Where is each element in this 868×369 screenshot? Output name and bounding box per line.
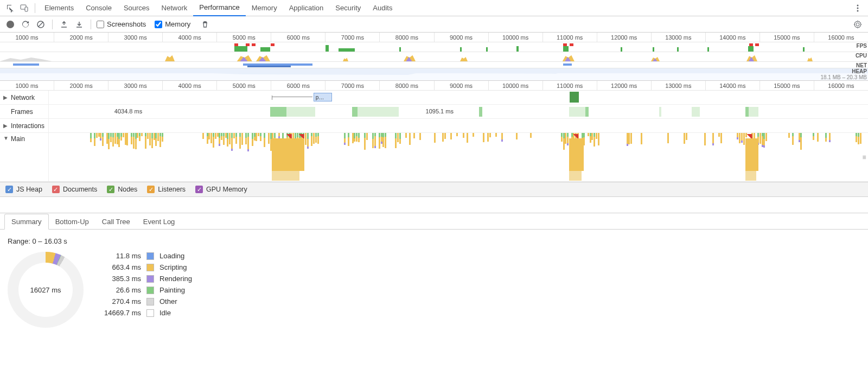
tab-memory[interactable]: Memory	[246, 0, 283, 16]
svg-point-2	[857, 4, 859, 6]
ruler-tick: 15000 ms	[760, 33, 814, 42]
summary-panel: Range: 0 – 16.03 s 16027 ms 11.8 msLoadi…	[0, 230, 868, 335]
flamechart-panel[interactable]: 1000 ms2000 ms3000 ms4000 ms5000 ms6000 …	[0, 81, 868, 182]
clear-button[interactable]	[35, 18, 47, 30]
ruler-tick: 16000 ms	[814, 81, 868, 90]
ruler-tick: 2000 ms	[54, 33, 108, 42]
svg-line-6	[39, 22, 43, 27]
counters-bar: ✓JS Heap✓Documents✓Nodes✓Listeners✓GPU M…	[0, 182, 868, 197]
heap-range: 18.1 MB – 20.3 MB	[820, 74, 867, 80]
ruler-tick: 11000 ms	[543, 81, 597, 90]
tab-console[interactable]: Console	[80, 0, 118, 16]
memory-checkbox[interactable]: Memory	[155, 20, 190, 28]
ruler-tick: 3000 ms	[108, 81, 163, 90]
ruler-tick: 5000 ms	[217, 81, 271, 90]
ruler-tick: 10000 ms	[489, 81, 543, 90]
interactions-track-label: Interactions	[11, 122, 44, 130]
load-profile-button[interactable]	[58, 18, 70, 30]
tab-elements[interactable]: Elements	[39, 0, 80, 16]
legend-row: 385.3 msRendering	[98, 275, 192, 283]
ruler-tick: 1000 ms	[0, 81, 54, 90]
svg-rect-1	[25, 7, 28, 11]
summary-tabbar: SummaryBottom-UpCall TreeEvent Log	[0, 213, 868, 230]
summary-tab-bottom-up[interactable]: Bottom-Up	[49, 214, 95, 229]
network-request[interactable]: p…	[314, 93, 333, 101]
svg-point-3	[857, 7, 859, 9]
network-track[interactable]: ▶Network p…	[0, 91, 868, 105]
legend-row: 270.4 msOther	[98, 297, 192, 306]
frame-duration-label: 1095.1 ms	[426, 108, 454, 114]
device-toggle-icon[interactable]	[17, 1, 31, 15]
ruler-tick: 6000 ms	[271, 81, 326, 90]
ruler-tick: 6000 ms	[271, 33, 326, 42]
ruler-tick: 4000 ms	[163, 33, 217, 42]
devtools-tabbar: ElementsConsoleSourcesNetworkPerformance…	[0, 0, 868, 16]
ruler-tick: 12000 ms	[597, 33, 652, 42]
ruler-tick: 14000 ms	[706, 81, 760, 90]
overview-net-lane[interactable]: NET	[0, 62, 868, 68]
ruler-tick: 8000 ms	[380, 81, 434, 90]
tab-security[interactable]: Security	[329, 0, 367, 16]
ruler-tick: 12000 ms	[597, 81, 652, 90]
overview-heap-lane[interactable]: HEAP 18.1 MB – 20.3 MB	[0, 68, 868, 80]
ruler-tick: 13000 ms	[652, 33, 706, 42]
performance-toolbar: Screenshots Memory	[0, 16, 868, 33]
overview-fps-lane[interactable]: FPS	[0, 42, 868, 52]
overview-ruler[interactable]: 1000 ms2000 ms3000 ms4000 ms5000 ms6000 …	[0, 33, 868, 42]
summary-tab-call-tree[interactable]: Call Tree	[95, 214, 137, 229]
legend-row: 11.8 msLoading	[98, 252, 192, 260]
frames-track[interactable]: Frames 4034.8 ms 1095.1 ms	[0, 105, 868, 119]
screenshots-label: Screenshots	[107, 20, 146, 28]
resize-handle[interactable]: ≡	[860, 133, 868, 181]
ruler-tick: 9000 ms	[435, 33, 489, 42]
summary-legend: 11.8 msLoading663.4 msScripting385.3 msR…	[98, 252, 192, 317]
counter-documents[interactable]: ✓Documents	[52, 186, 97, 193]
summary-range: Range: 0 – 16.03 s	[8, 237, 860, 245]
settings-icon[interactable]	[852, 18, 864, 30]
tab-network[interactable]: Network	[156, 0, 194, 16]
frame-duration-label: 4034.8 ms	[114, 108, 142, 114]
ruler-tick: 3000 ms	[108, 33, 163, 42]
inspect-icon[interactable]	[3, 1, 17, 15]
ruler-tick: 4000 ms	[163, 81, 217, 90]
heap-label: HEAP	[852, 68, 867, 74]
tab-sources[interactable]: Sources	[118, 0, 156, 16]
summary-donut-chart: 16027 ms	[8, 252, 84, 328]
fps-label: FPS	[857, 43, 867, 49]
network-track-label: Network	[11, 94, 35, 101]
net-label: NET	[856, 62, 867, 68]
tab-audits[interactable]: Audits	[367, 0, 398, 16]
overview-cpu-lane[interactable]: CPU	[0, 52, 868, 62]
ruler-tick: 13000 ms	[652, 81, 706, 90]
counter-nodes[interactable]: ✓Nodes	[107, 186, 137, 193]
counter-gpu-memory[interactable]: ✓GPU Memory	[195, 186, 247, 193]
legend-row: 26.6 msPainting	[98, 286, 192, 294]
ruler-tick: 11000 ms	[543, 33, 597, 42]
ruler-tick: 15000 ms	[760, 81, 814, 90]
counter-js-heap[interactable]: ✓JS Heap	[5, 186, 42, 193]
detail-ruler[interactable]: 1000 ms2000 ms3000 ms4000 ms5000 ms6000 …	[0, 81, 868, 91]
svg-point-4	[857, 10, 859, 11]
ruler-tick: 10000 ms	[489, 33, 543, 42]
ruler-tick: 2000 ms	[54, 81, 108, 90]
frames-track-label: Frames	[11, 108, 33, 116]
screenshots-checkbox[interactable]: Screenshots	[97, 20, 146, 28]
main-track-label: Main	[11, 135, 25, 143]
summary-total: 16027 ms	[8, 252, 84, 328]
record-button[interactable]	[4, 18, 16, 30]
counter-listeners[interactable]: ✓Listeners	[147, 186, 186, 193]
ruler-tick: 9000 ms	[435, 81, 489, 90]
reload-record-button[interactable]	[20, 18, 31, 30]
network-request[interactable]	[570, 92, 579, 103]
main-track[interactable]: ▼Main ≡	[0, 133, 868, 182]
save-profile-button[interactable]	[73, 18, 85, 30]
garbage-collect-button[interactable]	[199, 18, 211, 30]
summary-tab-summary[interactable]: Summary	[4, 214, 49, 230]
memory-graph[interactable]	[0, 197, 868, 213]
summary-tab-event-log[interactable]: Event Log	[137, 214, 182, 229]
interactions-track[interactable]: ▶Interactions	[0, 119, 868, 133]
tab-performance[interactable]: Performance	[193, 0, 245, 16]
overview-panel[interactable]: 1000 ms2000 ms3000 ms4000 ms5000 ms6000 …	[0, 33, 868, 81]
tab-application[interactable]: Application	[283, 0, 330, 16]
more-icon[interactable]	[851, 1, 865, 15]
